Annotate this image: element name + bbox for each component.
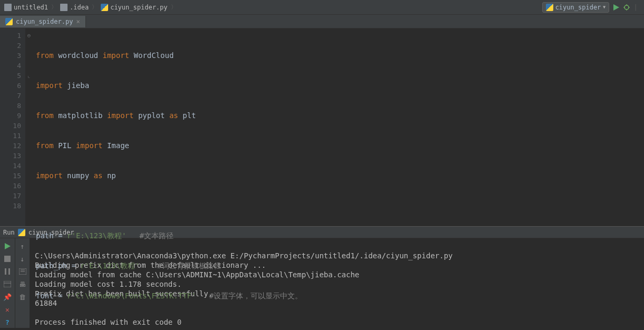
line-number: 10 xyxy=(2,121,21,131)
close-panel-button[interactable]: ✕ xyxy=(3,305,12,314)
run-panel-title: Run xyxy=(3,229,15,236)
code-line: from matplotlib import pyplot as plt xyxy=(25,111,644,121)
chevron-right-icon: 〉 xyxy=(171,3,177,11)
breadcrumb-file[interactable]: ciyun_spider.py xyxy=(99,3,169,12)
run-toolbar-left: 📌 ✕ ? xyxy=(0,238,15,328)
close-icon[interactable]: × xyxy=(76,18,80,25)
breadcrumb-label: ciyun_spider.py xyxy=(110,4,167,11)
rerun-button[interactable] xyxy=(3,241,12,251)
code-line: font = r'C:\Windows\Fonts\FZSTK.TTF' #设置… xyxy=(25,291,644,301)
toolbar-right: ciyun_spider ▼ | xyxy=(542,2,642,13)
chevron-right-icon: 〉 xyxy=(92,3,98,11)
breadcrumbs: untitled1 〉 .idea 〉 ciyun_spider.py 〉 xyxy=(2,3,542,12)
svg-rect-7 xyxy=(4,256,11,262)
line-number: 8 xyxy=(2,101,21,111)
line-number: 14 xyxy=(2,161,21,171)
line-number: 4 xyxy=(2,61,21,71)
svg-marker-6 xyxy=(5,243,11,249)
code-line: ⌞import numpy as np xyxy=(25,171,644,181)
stop-button[interactable] xyxy=(3,254,12,264)
code-area[interactable]: ⊖from wordcloud import WordCloud import … xyxy=(25,28,644,226)
svg-point-1 xyxy=(624,5,629,9)
code-line: ⊖from wordcloud import WordCloud xyxy=(25,51,644,61)
python-file-icon xyxy=(101,4,108,11)
line-number: 13 xyxy=(2,151,21,161)
code-line: path_ph = r'E:\123\教程' #词云背景模板路径 xyxy=(25,261,644,271)
python-file-icon xyxy=(546,4,553,11)
debug-button[interactable] xyxy=(623,4,630,11)
line-number-gutter: 1 2 3 4 5 6 7 8 9 10 11 12 13 14 15 16 1… xyxy=(0,28,25,226)
tab-label: ciyun_spider.py xyxy=(16,18,73,25)
svg-marker-0 xyxy=(613,4,619,11)
python-file-icon xyxy=(5,18,13,25)
pin-button[interactable]: 📌 xyxy=(3,292,12,302)
code-line: import jieba xyxy=(25,81,644,91)
line-number: 6 xyxy=(2,81,21,91)
run-configuration-dropdown[interactable]: ciyun_spider ▼ xyxy=(542,2,610,13)
editor-tab[interactable]: ciyun_spider.py × xyxy=(0,16,86,27)
line-number: 16 xyxy=(2,181,21,191)
layout-button[interactable] xyxy=(3,279,12,289)
chevron-down-icon: ▼ xyxy=(603,5,605,9)
line-number: 5 xyxy=(2,71,21,81)
svg-rect-8 xyxy=(5,268,6,275)
navigation-bar: untitled1 〉 .idea 〉 ciyun_spider.py 〉 ci… xyxy=(0,0,644,15)
toolbar-separator: | xyxy=(633,3,638,11)
pause-button[interactable] xyxy=(3,267,12,276)
folder-icon xyxy=(4,4,12,11)
breadcrumb-project[interactable]: untitled1 xyxy=(2,3,50,12)
run-button[interactable] xyxy=(612,4,620,11)
line-number: 2 xyxy=(2,41,21,51)
line-number: 18 xyxy=(2,201,21,211)
code-editor[interactable]: 1 2 3 4 5 6 7 8 9 10 11 12 13 14 15 16 1… xyxy=(0,28,644,226)
svg-rect-9 xyxy=(8,268,10,275)
line-number: 1 xyxy=(2,31,21,41)
line-number: 11 xyxy=(2,131,21,141)
fold-marker-icon[interactable]: ⌞ xyxy=(25,71,33,81)
folder-icon xyxy=(60,4,68,11)
line-number: 7 xyxy=(2,91,21,101)
code-line: path = r'E:\123\教程' #文本路径 xyxy=(25,231,644,241)
line-number: 3 xyxy=(2,51,21,61)
code-line xyxy=(25,321,644,330)
line-number: 17 xyxy=(2,191,21,201)
line-number: 9 xyxy=(2,111,21,121)
fold-marker-icon[interactable]: ⊖ xyxy=(25,31,33,41)
chevron-right-icon: 〉 xyxy=(51,3,57,11)
code-line xyxy=(25,201,644,211)
editor-tabs: ciyun_spider.py × xyxy=(0,15,644,28)
help-button[interactable]: ? xyxy=(3,317,12,327)
line-number: 15 xyxy=(2,171,21,181)
run-config-name: ciyun_spider xyxy=(555,4,601,11)
line-number: 12 xyxy=(2,141,21,151)
breadcrumb-label: .idea xyxy=(70,4,89,11)
svg-rect-10 xyxy=(4,281,11,287)
python-file-icon xyxy=(18,229,25,236)
breadcrumb-folder[interactable]: .idea xyxy=(58,3,91,12)
breadcrumb-label: untitled1 xyxy=(14,4,48,11)
code-line: from PIL import Image xyxy=(25,141,644,151)
